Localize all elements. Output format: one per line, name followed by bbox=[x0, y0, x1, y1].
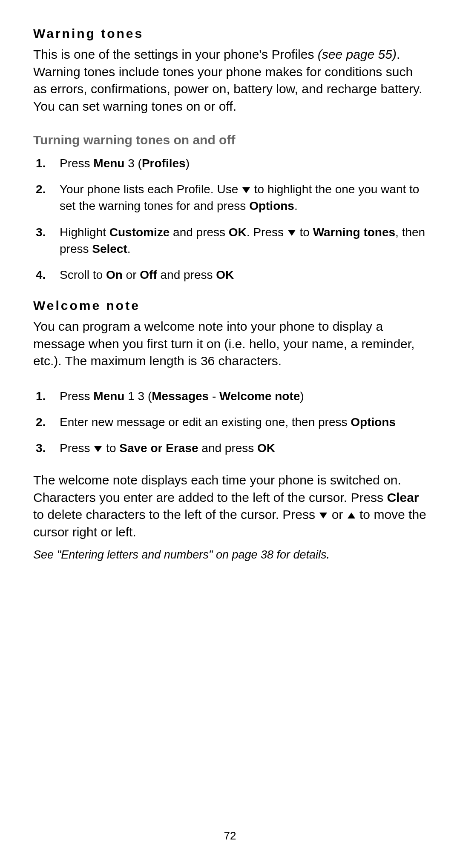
text: and press bbox=[170, 226, 229, 239]
down-arrow-icon bbox=[319, 513, 327, 519]
up-arrow-icon bbox=[348, 513, 355, 519]
select-key: Select bbox=[92, 242, 127, 255]
list-number: 1. bbox=[36, 155, 60, 172]
list-item: 2. Your phone lists each Profile. Use to… bbox=[36, 181, 427, 214]
save-erase-key: Save or Erase bbox=[119, 441, 198, 455]
body-welcome-after: The welcome note displays each time your… bbox=[33, 472, 427, 541]
text: or bbox=[328, 507, 346, 521]
text: ) bbox=[186, 157, 190, 170]
options-key: Options bbox=[249, 199, 294, 212]
list-item: 3. Highlight Customize and press OK. Pre… bbox=[36, 224, 427, 257]
text: Enter new message or edit an existing on… bbox=[60, 415, 351, 429]
text: 3 ( bbox=[124, 157, 141, 170]
list-number: 2. bbox=[36, 181, 60, 214]
list-item: 1. Press Menu 1 3 (Messages - Welcome no… bbox=[36, 388, 427, 404]
list-item: 1. Press Menu 3 (Profiles) bbox=[36, 155, 427, 172]
list-number: 4. bbox=[36, 266, 60, 283]
text: . bbox=[127, 242, 131, 255]
text: - bbox=[209, 390, 219, 403]
heading-welcome-note: Welcome note bbox=[33, 298, 427, 313]
text: . Press bbox=[247, 226, 287, 239]
list-item: 4. Scroll to On or Off and press OK bbox=[36, 266, 427, 283]
down-arrow-icon bbox=[94, 446, 102, 452]
text: This is one of the settings in your phon… bbox=[33, 47, 318, 61]
down-arrow-icon bbox=[288, 230, 296, 236]
text: Press bbox=[60, 390, 93, 403]
options-key: Options bbox=[351, 415, 396, 429]
text: 1 3 ( bbox=[124, 390, 152, 403]
down-arrow-icon bbox=[242, 187, 250, 193]
list-content: Highlight Customize and press OK. Press … bbox=[60, 224, 427, 257]
list-content: Press to Save or Erase and press OK bbox=[60, 440, 427, 456]
page-reference: (see page 55) bbox=[318, 47, 397, 61]
text: Highlight bbox=[60, 226, 109, 239]
body-warning-tones: This is one of the settings in your phon… bbox=[33, 46, 427, 115]
clear-key: Clear bbox=[387, 490, 419, 504]
text: to bbox=[296, 226, 313, 239]
text: . bbox=[294, 199, 298, 212]
body-welcome-note: You can program a welcome note into your… bbox=[33, 318, 427, 370]
text: to delete characters to the left of the … bbox=[33, 507, 319, 521]
text: Press bbox=[60, 157, 93, 170]
list-number: 3. bbox=[36, 440, 60, 456]
text: ) bbox=[300, 390, 304, 403]
customize-key: Customize bbox=[109, 226, 170, 239]
text: and press bbox=[198, 441, 258, 455]
text: and press bbox=[157, 268, 216, 281]
list-welcome-note: 1. Press Menu 1 3 (Messages - Welcome no… bbox=[36, 388, 427, 457]
ok-key: OK bbox=[257, 441, 275, 455]
list-content: Press Menu 1 3 (Messages - Welcome note) bbox=[60, 388, 427, 404]
text: The welcome note displays each time your… bbox=[33, 473, 401, 504]
messages-key: Messages bbox=[152, 390, 209, 403]
list-content: Press Menu 3 (Profiles) bbox=[60, 155, 427, 172]
list-number: 2. bbox=[36, 414, 60, 430]
list-content: Your phone lists each Profile. Use to hi… bbox=[60, 181, 427, 214]
page-number: 72 bbox=[0, 829, 460, 842]
list-number: 1. bbox=[36, 388, 60, 404]
list-content: Scroll to On or Off and press OK bbox=[60, 266, 427, 283]
ok-key: OK bbox=[216, 268, 234, 281]
list-item: 3. Press to Save or Erase and press OK bbox=[36, 440, 427, 456]
on-key: On bbox=[106, 268, 123, 281]
welcome-note-key: Welcome note bbox=[219, 390, 300, 403]
list-turning-tones: 1. Press Menu 3 (Profiles) 2. Your phone… bbox=[36, 155, 427, 283]
menu-key: Menu bbox=[93, 157, 124, 170]
list-item: 2. Enter new message or edit an existing… bbox=[36, 414, 427, 430]
list-number: 3. bbox=[36, 224, 60, 257]
menu-key: Menu bbox=[93, 390, 124, 403]
heading-warning-tones: Warning tones bbox=[33, 26, 427, 41]
profiles-key: Profiles bbox=[142, 157, 186, 170]
off-key: Off bbox=[140, 268, 157, 281]
reference-note: See "Entering letters and numbers" on pa… bbox=[33, 548, 427, 561]
text: Scroll to bbox=[60, 268, 106, 281]
text: Your phone lists each Profile. Use bbox=[60, 183, 242, 196]
subheading-turning-tones: Turning warning tones on and off bbox=[33, 133, 427, 147]
ok-key: OK bbox=[229, 226, 247, 239]
list-content: Enter new message or edit an existing on… bbox=[60, 414, 427, 430]
text: Press bbox=[60, 441, 93, 455]
text: or bbox=[123, 268, 140, 281]
warning-tones-key: Warning tones bbox=[313, 226, 395, 239]
text: to bbox=[103, 441, 119, 455]
